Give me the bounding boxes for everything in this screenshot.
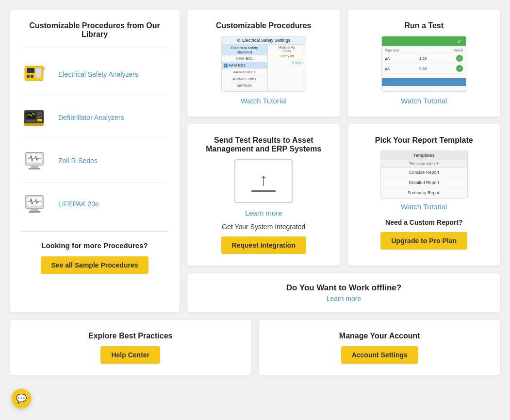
svg-rect-8 — [37, 112, 42, 115]
best-practices-card: Explore Best Practices Help Center — [10, 320, 251, 375]
divider-top — [21, 47, 168, 47]
offline-learn-more[interactable]: Learn more — [197, 295, 491, 302]
looking-for-text: Looking for more Procedures? — [21, 241, 168, 250]
offline-title: Do You Want to Work offline? — [197, 283, 491, 293]
device-name-lifepak[interactable]: LIFEPAK 20e — [58, 200, 99, 208]
looking-for-section: Looking for more Procedures? See all Sam… — [21, 241, 168, 274]
bottom-row: Explore Best Practices Help Center Manag… — [10, 320, 500, 375]
run-test-watch-tutorial[interactable]: Watch Tutorial — [360, 97, 489, 105]
svg-rect-1 — [27, 68, 34, 73]
upload-arrow-icon: ↑ — [259, 171, 268, 188]
upload-base — [251, 190, 276, 192]
manage-account-title: Manage Your Account — [271, 332, 489, 340]
get-integrated-text: Get Your System Integrated — [199, 223, 329, 231]
svg-rect-19 — [31, 209, 38, 211]
report-template-title: Pick Your Report Template — [360, 136, 489, 145]
device-list: Electrical Safety Analyzers — [21, 53, 168, 225]
custom-procedures-screenshot: ⚙ Electrical Safety Settings Electrical … — [199, 36, 329, 92]
svg-rect-12 — [24, 123, 44, 126]
device-name-defib[interactable]: Defibrillator Analyzers — [58, 113, 124, 122]
list-item: Defibrillator Analyzers — [21, 96, 168, 139]
help-center-button[interactable]: Help Center — [100, 346, 160, 364]
electrical-device-img — [21, 60, 50, 89]
svg-rect-20 — [29, 211, 40, 213]
run-test-card: Run a Test ✓ Sign LineResult µA 1.26 ✓ µ… — [348, 10, 501, 117]
request-integration-button[interactable]: Request Integration — [221, 236, 306, 254]
send-results-card: Send Test Results to Asset Management an… — [187, 124, 340, 266]
account-settings-button[interactable]: Account Settings — [341, 346, 418, 364]
template-row-summary: Summary Report — [381, 188, 467, 198]
chat-icon: 💬 — [16, 393, 27, 404]
svg-rect-10 — [37, 119, 42, 121]
lifepak-icon — [24, 192, 48, 216]
svg-rect-3 — [31, 75, 33, 78]
lifepak-device-img — [21, 189, 50, 218]
integration-section: Get Your System Integrated Request Integ… — [199, 223, 329, 254]
list-item: Zoll R-Series — [21, 139, 168, 183]
svg-rect-16 — [29, 168, 40, 169]
template-row-concise: Concise Report — [381, 168, 467, 178]
templates-subheader: Template name ▾ — [381, 160, 467, 168]
template-row-detailed: Detailed Report — [381, 178, 467, 188]
chat-button[interactable]: 💬 — [12, 389, 31, 408]
templates-screenshot: Templates Template name ▾ Concise Report… — [380, 151, 468, 199]
list-item: Electrical Safety Analyzers — [21, 53, 168, 96]
custom-procedures-card: Customizable Procedures ⚙ Electrical Saf… — [187, 10, 340, 117]
device-name-zoll[interactable]: Zoll R-Series — [58, 156, 98, 165]
divider-bottom — [21, 231, 168, 232]
library-card-title: Customizable Procedures from Our Library — [21, 21, 168, 39]
custom-procedures-watch-tutorial[interactable]: Watch Tutorial — [199, 97, 329, 105]
list-item: LIFEPAK 20e — [21, 183, 168, 225]
electrical-icon — [23, 61, 49, 88]
upgrade-pro-button[interactable]: Upgrade to Pro Plan — [380, 232, 467, 250]
defib-device-img — [21, 103, 50, 132]
upload-icon-wrap: ↑ — [234, 159, 293, 203]
zoll-icon — [24, 149, 48, 173]
svg-rect-4 — [35, 68, 41, 78]
svg-rect-9 — [37, 116, 42, 118]
svg-point-5 — [42, 67, 45, 70]
report-template-card: Pick Your Report Template Templates Temp… — [348, 124, 501, 266]
send-results-title: Send Test Results to Asset Management an… — [199, 136, 329, 153]
defib-icon — [23, 104, 49, 131]
send-results-learn-more[interactable]: Learn more — [199, 209, 329, 217]
svg-rect-15 — [31, 166, 38, 168]
offline-card: Do You Want to Work offline? Learn more — [187, 273, 500, 312]
run-test-screenshot: ✓ Sign LineResult µA 1.26 ✓ µA 5.35 ✓ — [360, 36, 489, 92]
see-all-procedures-button[interactable]: See all Sample Procedures — [41, 256, 149, 274]
svg-rect-11 — [26, 120, 36, 122]
zoll-device-img — [21, 146, 50, 175]
custom-procedures-title: Customizable Procedures — [199, 21, 329, 30]
device-name-electrical[interactable]: Electrical Safety Analyzers — [58, 70, 138, 79]
run-test-title: Run a Test — [360, 21, 489, 30]
custom-report-text: Need a Custom Report? — [360, 218, 489, 226]
best-practices-title: Explore Best Practices — [21, 332, 240, 340]
procedures-library-card: Customizable Procedures from Our Library… — [10, 10, 180, 312]
custom-report-section: Need a Custom Report? Upgrade to Pro Pla… — [360, 218, 489, 250]
svg-rect-2 — [27, 75, 30, 78]
manage-account-card: Manage Your Account Account Settings — [259, 320, 501, 375]
upload-icon: ↑ — [251, 171, 276, 192]
report-template-watch-tutorial[interactable]: Watch Tutorial — [360, 202, 489, 211]
templates-header: Templates — [381, 151, 467, 160]
